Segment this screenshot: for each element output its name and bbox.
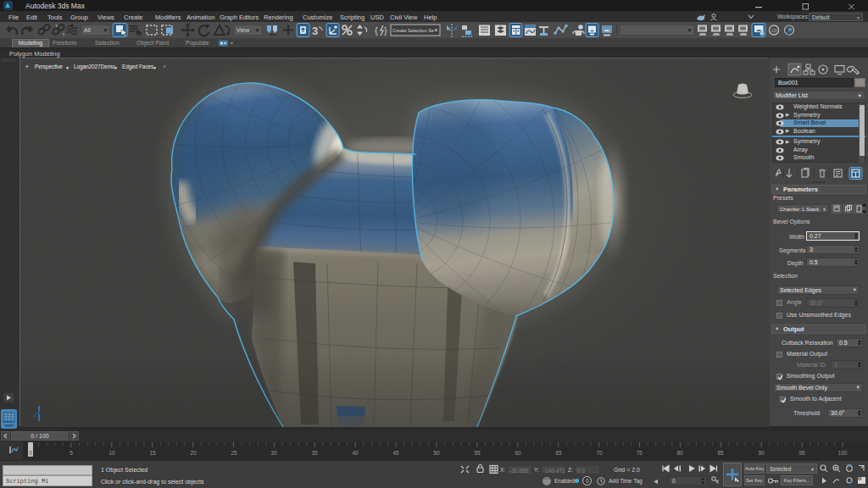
svg-text:65: 65 — [555, 450, 562, 456]
svg-text:50: 50 — [433, 450, 440, 456]
svg-text:95: 95 — [798, 450, 805, 456]
svg-text:75: 75 — [636, 450, 643, 456]
svg-text:55: 55 — [474, 450, 481, 456]
svg-text:0: 0 — [29, 450, 32, 456]
svg-text:10: 10 — [108, 450, 115, 456]
svg-text:35: 35 — [311, 450, 318, 456]
svg-text:80: 80 — [676, 450, 683, 456]
svg-text:15: 15 — [149, 450, 156, 456]
svg-text:All: All — [84, 27, 91, 33]
svg-text:{: { — [375, 25, 378, 36]
svg-text:Create Selection Se: Create Selection Se — [392, 28, 435, 33]
svg-text:70: 70 — [596, 450, 603, 456]
svg-text:30: 30 — [270, 450, 277, 456]
svg-text:40: 40 — [352, 450, 359, 456]
svg-text:100: 100 — [838, 450, 848, 456]
svg-text:25: 25 — [231, 450, 237, 456]
svg-text:View: View — [236, 27, 250, 33]
svg-text:20: 20 — [190, 450, 197, 456]
svg-text:13: 13 — [771, 28, 776, 33]
svg-text:85: 85 — [717, 450, 724, 456]
svg-text:3: 3 — [312, 25, 318, 37]
svg-text:5: 5 — [70, 450, 73, 456]
svg-text:45: 45 — [392, 450, 399, 456]
svg-text:60: 60 — [515, 450, 521, 456]
svg-text:}: } — [384, 25, 387, 36]
svg-text:90: 90 — [758, 450, 765, 456]
